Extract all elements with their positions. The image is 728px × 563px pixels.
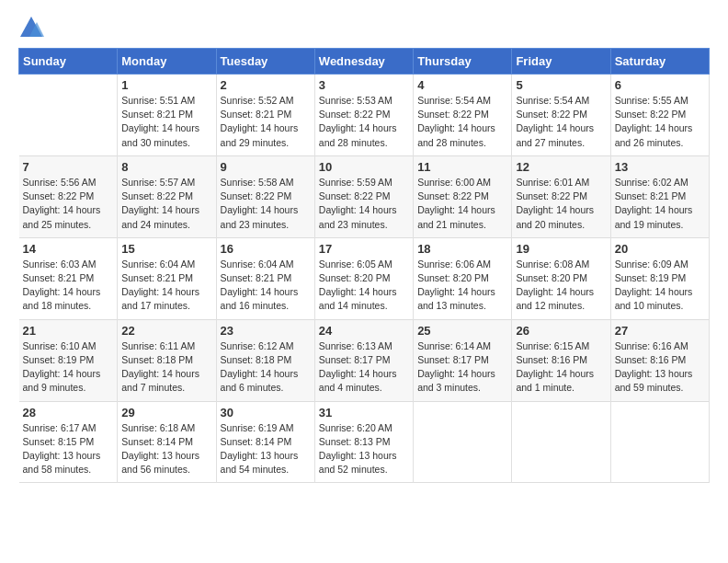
day-info: Sunrise: 5:54 AM Sunset: 8:22 PM Dayligh… [417,94,507,150]
day-info: Sunrise: 6:05 AM Sunset: 8:20 PM Dayligh… [319,258,409,314]
day-info: Sunrise: 5:57 AM Sunset: 8:22 PM Dayligh… [121,176,211,232]
day-info: Sunrise: 6:11 AM Sunset: 8:18 PM Dayligh… [121,339,211,396]
day-info: Sunrise: 6:10 AM Sunset: 8:19 PM Dayligh… [23,339,114,396]
day-number: 23 [221,324,311,338]
calendar-cell: 16Sunrise: 6:04 AM Sunset: 8:21 PM Dayli… [216,237,314,319]
calendar-week-row: 1Sunrise: 5:51 AM Sunset: 8:21 PM Daylig… [19,75,710,156]
day-of-week-header: Saturday [610,49,709,75]
day-info: Sunrise: 5:53 AM Sunset: 8:22 PM Dayligh… [319,94,409,150]
day-number: 27 [615,324,705,338]
day-number: 28 [23,406,114,419]
calendar-body: 1Sunrise: 5:51 AM Sunset: 8:21 PM Daylig… [19,75,710,483]
logo [18,15,48,40]
calendar-cell: 25Sunrise: 6:14 AM Sunset: 8:17 PM Dayli… [414,319,512,401]
calendar-cell [512,401,610,483]
day-info: Sunrise: 5:59 AM Sunset: 8:22 PM Dayligh… [319,176,409,232]
calendar-cell: 8Sunrise: 5:57 AM Sunset: 8:22 PM Daylig… [118,155,216,237]
calendar-cell: 22Sunrise: 6:11 AM Sunset: 8:18 PM Dayli… [118,319,216,401]
calendar-cell: 5Sunrise: 5:54 AM Sunset: 8:22 PM Daylig… [512,75,610,156]
calendar-cell [414,401,512,483]
day-number: 18 [417,242,507,256]
calendar-cell: 2Sunrise: 5:52 AM Sunset: 8:21 PM Daylig… [216,75,314,156]
day-number: 14 [23,242,114,256]
day-number: 25 [417,324,507,338]
calendar-cell: 1Sunrise: 5:51 AM Sunset: 8:21 PM Daylig… [118,75,216,156]
day-number: 24 [319,324,409,338]
day-info: Sunrise: 6:12 AM Sunset: 8:18 PM Dayligh… [221,339,311,396]
calendar-cell [19,75,118,156]
calendar-cell: 29Sunrise: 6:18 AM Sunset: 8:14 PM Dayli… [118,401,216,483]
calendar-cell: 12Sunrise: 6:01 AM Sunset: 8:22 PM Dayli… [512,155,610,237]
day-info: Sunrise: 6:04 AM Sunset: 8:21 PM Dayligh… [121,258,211,314]
day-info: Sunrise: 5:56 AM Sunset: 8:22 PM Dayligh… [23,176,114,232]
day-number: 5 [516,78,606,92]
day-info: Sunrise: 6:08 AM Sunset: 8:20 PM Dayligh… [516,258,606,314]
day-number: 15 [121,242,211,256]
day-number: 31 [319,406,409,419]
day-info: Sunrise: 6:19 AM Sunset: 8:14 PM Dayligh… [221,421,311,477]
day-number: 9 [221,160,311,174]
day-number: 10 [319,160,409,174]
day-number: 12 [516,160,606,174]
day-number: 20 [615,242,705,256]
day-number: 13 [615,160,705,174]
day-of-week-header: Tuesday [216,49,314,75]
calendar-cell: 4Sunrise: 5:54 AM Sunset: 8:22 PM Daylig… [414,75,512,156]
calendar-week-row: 14Sunrise: 6:03 AM Sunset: 8:21 PM Dayli… [19,237,710,319]
day-info: Sunrise: 5:51 AM Sunset: 8:21 PM Dayligh… [121,94,211,150]
calendar-cell [610,401,709,483]
day-info: Sunrise: 6:14 AM Sunset: 8:17 PM Dayligh… [417,339,507,396]
calendar-cell: 3Sunrise: 5:53 AM Sunset: 8:22 PM Daylig… [314,75,413,156]
day-info: Sunrise: 6:18 AM Sunset: 8:14 PM Dayligh… [121,421,211,477]
day-number: 6 [615,78,705,92]
day-of-week-header: Monday [118,49,216,75]
calendar-table: SundayMondayTuesdayWednesdayThursdayFrid… [18,48,710,483]
day-info: Sunrise: 6:20 AM Sunset: 8:13 PM Dayligh… [319,421,409,477]
day-info: Sunrise: 5:55 AM Sunset: 8:22 PM Dayligh… [615,94,705,150]
day-number: 22 [121,324,211,338]
day-number: 30 [221,406,311,419]
page-header [18,15,710,40]
calendar-cell: 24Sunrise: 6:13 AM Sunset: 8:17 PM Dayli… [314,319,413,401]
day-info: Sunrise: 5:52 AM Sunset: 8:21 PM Dayligh… [221,94,311,150]
calendar-cell: 13Sunrise: 6:02 AM Sunset: 8:21 PM Dayli… [610,155,709,237]
day-number: 21 [23,324,114,338]
day-number: 29 [121,406,211,419]
day-info: Sunrise: 6:15 AM Sunset: 8:16 PM Dayligh… [516,339,606,396]
day-info: Sunrise: 5:58 AM Sunset: 8:22 PM Dayligh… [221,176,311,232]
day-info: Sunrise: 6:01 AM Sunset: 8:22 PM Dayligh… [516,176,606,232]
calendar-cell: 31Sunrise: 6:20 AM Sunset: 8:13 PM Dayli… [314,401,413,483]
day-number: 26 [516,324,606,338]
day-info: Sunrise: 6:09 AM Sunset: 8:19 PM Dayligh… [615,258,705,314]
day-number: 1 [121,78,211,92]
calendar-cell: 15Sunrise: 6:04 AM Sunset: 8:21 PM Dayli… [118,237,216,319]
calendar-week-row: 28Sunrise: 6:17 AM Sunset: 8:15 PM Dayli… [19,401,710,483]
day-of-week-header: Thursday [414,49,512,75]
calendar-cell: 18Sunrise: 6:06 AM Sunset: 8:20 PM Dayli… [414,237,512,319]
calendar-cell: 30Sunrise: 6:19 AM Sunset: 8:14 PM Dayli… [216,401,314,483]
header-row: SundayMondayTuesdayWednesdayThursdayFrid… [19,49,710,75]
calendar-cell: 7Sunrise: 5:56 AM Sunset: 8:22 PM Daylig… [19,155,118,237]
calendar-cell: 6Sunrise: 5:55 AM Sunset: 8:22 PM Daylig… [610,75,709,156]
calendar-week-row: 7Sunrise: 5:56 AM Sunset: 8:22 PM Daylig… [19,155,710,237]
day-info: Sunrise: 6:02 AM Sunset: 8:21 PM Dayligh… [615,176,705,232]
day-number: 4 [417,78,507,92]
day-info: Sunrise: 6:04 AM Sunset: 8:21 PM Dayligh… [221,258,311,314]
calendar-cell: 10Sunrise: 5:59 AM Sunset: 8:22 PM Dayli… [314,155,413,237]
calendar-cell: 27Sunrise: 6:16 AM Sunset: 8:16 PM Dayli… [610,319,709,401]
calendar-cell: 11Sunrise: 6:00 AM Sunset: 8:22 PM Dayli… [414,155,512,237]
calendar-cell: 26Sunrise: 6:15 AM Sunset: 8:16 PM Dayli… [512,319,610,401]
day-number: 3 [319,78,409,92]
day-info: Sunrise: 6:06 AM Sunset: 8:20 PM Dayligh… [417,258,507,314]
calendar-week-row: 21Sunrise: 6:10 AM Sunset: 8:19 PM Dayli… [19,319,710,401]
logo-icon [18,15,44,40]
day-number: 2 [221,78,311,92]
day-info: Sunrise: 6:16 AM Sunset: 8:16 PM Dayligh… [615,339,705,396]
day-number: 11 [417,160,507,174]
day-of-week-header: Sunday [19,49,118,75]
day-info: Sunrise: 6:00 AM Sunset: 8:22 PM Dayligh… [417,176,507,232]
calendar-cell: 23Sunrise: 6:12 AM Sunset: 8:18 PM Dayli… [216,319,314,401]
day-info: Sunrise: 6:03 AM Sunset: 8:21 PM Dayligh… [23,258,114,314]
day-number: 7 [23,160,114,174]
day-info: Sunrise: 6:17 AM Sunset: 8:15 PM Dayligh… [23,421,114,477]
